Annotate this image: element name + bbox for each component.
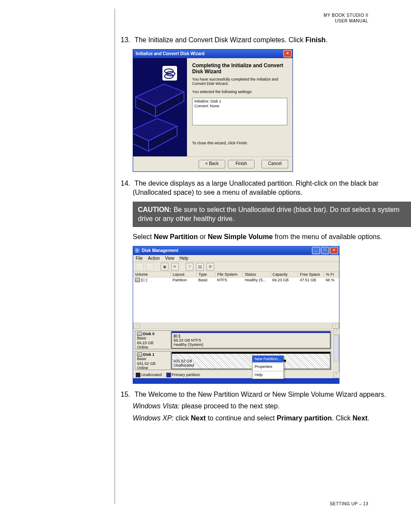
wizard-footer: < Back Finish Cancel (133, 156, 293, 171)
s14b-mid: or (198, 233, 208, 240)
wizard-p2: You selected the following settings: (192, 90, 287, 94)
disk0-type: Basic (137, 336, 146, 340)
forward-icon[interactable]: → (146, 263, 154, 271)
header-line2: USER MANUAL (324, 19, 368, 24)
s15-xp-b: to continue and select (206, 414, 277, 422)
settings-icon[interactable]: ⚙ (206, 263, 214, 271)
vertical-scrollbar[interactable]: ˄ ˅ (333, 329, 339, 378)
menu-action[interactable]: Action (148, 256, 160, 261)
row-status: Healthy (S... (243, 277, 271, 283)
step-14: 14. The device displays as a large Unall… (121, 179, 411, 197)
wizard-p1: You have successfully completed the Init… (192, 77, 287, 87)
step-14-text: The device displays as a large Unallocat… (133, 180, 379, 196)
disk1-part-line2: 931.52 GB (174, 359, 192, 363)
s14b-bold1: New Partition (154, 233, 198, 240)
legend-unallocated: Unallocated (141, 373, 162, 377)
col-capacity[interactable]: Capacity (271, 272, 298, 277)
col-free[interactable]: Free Space (298, 272, 324, 277)
minimize-icon[interactable]: _ (312, 247, 320, 254)
step-13-text-b: . (326, 36, 327, 44)
disk0-state: Online (137, 345, 148, 349)
scroll-right-icon[interactable]: › (332, 323, 339, 329)
wizard-p3: To close this wizard, click Finish. (192, 141, 287, 146)
table-row[interactable]: (C:) Partition Basic NTFS Healthy (S... … (133, 277, 339, 283)
maximize-icon[interactable]: □ (321, 247, 329, 254)
disk1-row[interactable]: Disk 1 Basic 931.52 GB Online 931.52 GB … (135, 351, 331, 370)
disk0-partition[interactable]: (C:) 69.23 GB NTFS Healthy (System) (171, 331, 330, 348)
caution-label: CAUTION: (138, 206, 171, 213)
s15-xp-d: . (367, 414, 369, 422)
wizard-settings-l2: Convert: None (194, 104, 285, 109)
step-13-text-a: The Initialize and Convert Disk Wizard c… (134, 36, 305, 44)
wizard-heading: Completing the Initialize and Convert Di… (192, 62, 287, 75)
wizard-titlebar[interactable]: Initialize and Convert Disk Wizard × (133, 50, 293, 58)
step-13-bold: Finish (305, 36, 326, 44)
s15-xp-bold1: Next (191, 414, 206, 422)
scroll-left-icon[interactable]: ‹ (133, 323, 140, 329)
disk1-info: Disk 1 Basic 931.52 GB Online (135, 352, 171, 370)
s15-xp-a: click (174, 414, 191, 422)
row-pct: 68 % (324, 277, 339, 283)
legend-primary: Primary partition (172, 373, 200, 377)
wizard-settings-box: Initialize: Disk 1 Convert: None (192, 98, 287, 125)
col-type[interactable]: Type (196, 272, 215, 277)
disk1-name: Disk 1 (143, 352, 155, 357)
ctx-new-partition[interactable]: New Partition... (252, 356, 283, 363)
back-button[interactable]: < Back (199, 160, 225, 168)
legend-unallocated-swatch (136, 373, 140, 377)
row-fs: NTFS (215, 277, 243, 283)
col-pct[interactable]: % Fr (324, 272, 339, 277)
col-status[interactable]: Status (243, 272, 271, 277)
menu-file[interactable]: File (136, 256, 143, 261)
help-icon[interactable]: ? (186, 263, 193, 271)
finish-button[interactable]: Finish (228, 160, 255, 168)
row-capacity: 69.23 GB (271, 277, 298, 283)
volume-icon (135, 278, 140, 282)
ctx-help[interactable]: Help (252, 372, 283, 379)
cancel-button[interactable]: Cancel (262, 160, 288, 168)
disk0-part-line3: Healthy (System) (174, 342, 203, 347)
scroll-up-icon[interactable]: ˄ (333, 329, 340, 335)
row-type: Basic (196, 277, 215, 283)
close-icon[interactable]: × (330, 247, 338, 254)
menu-help[interactable]: Help (179, 256, 188, 261)
step-14-number: 14. (121, 179, 133, 188)
disk0-row[interactable]: Disk 0 Basic 69.23 GB Online (C:) 69.23 … (135, 330, 331, 349)
list-icon[interactable]: ▤ (196, 263, 204, 271)
properties-icon[interactable]: ▣ (161, 263, 168, 271)
s14b-post: from the menu of available options. (273, 233, 382, 240)
s15-vista-label: Windows Vista: (133, 402, 180, 410)
step-15: 15. The Welcome to the New Partition Wiz… (121, 390, 411, 423)
s14b-pre: Select (133, 233, 154, 240)
header-line1: MY BOOK STUDIO II (324, 13, 368, 19)
col-volume[interactable]: Volume (133, 272, 171, 277)
page-footer: SETTING UP – 13 (330, 501, 368, 506)
disk0-part-line2: 69.23 GB NTFS (174, 338, 201, 342)
col-layout[interactable]: Layout (171, 272, 196, 277)
s15-xp-bold2: Primary partition (277, 414, 332, 422)
menu-view[interactable]: View (165, 256, 174, 261)
row-free: 47.51 GB (298, 277, 324, 283)
disk0-size: 69.23 GB (137, 341, 153, 345)
col-fs[interactable]: File System (215, 272, 243, 277)
s14b-bold2: New Simple Volume (208, 233, 273, 240)
scroll-down-icon[interactable]: ˅ (333, 372, 340, 378)
dm-menubar: File Action View Help (133, 255, 339, 261)
s15-xp-c: . Click (332, 414, 352, 422)
disk1-unallocated[interactable]: 931.52 GB Unallocated New Partition... P… (171, 352, 330, 369)
disk1-state: Online (137, 366, 148, 370)
hscroll-track[interactable] (140, 323, 332, 329)
dm-volume-list[interactable]: Volume Layout Type File System Status Ca… (133, 272, 339, 323)
back-icon[interactable]: ← (136, 263, 143, 271)
s15-xp-label: Windows XP: (133, 414, 174, 422)
close-icon[interactable]: × (283, 50, 292, 57)
vscroll-thumb[interactable] (333, 335, 339, 362)
dm-titlebar[interactable]: Disk Management _ □ × (133, 246, 339, 255)
step-13: 13. The Initialize and Convert Disk Wiza… (121, 35, 411, 45)
ctx-properties[interactable]: Properties (252, 364, 283, 370)
dm-toolbar: ← → ▣ ⟳ ? ▤ ⚙ (133, 261, 339, 272)
caution-text: Be sure to select the Unallocated drive … (138, 206, 399, 223)
refresh-icon[interactable]: ⟳ (171, 263, 179, 271)
row-layout: Partition (171, 277, 196, 283)
horizontal-scrollbar[interactable]: ‹ › (133, 323, 339, 329)
